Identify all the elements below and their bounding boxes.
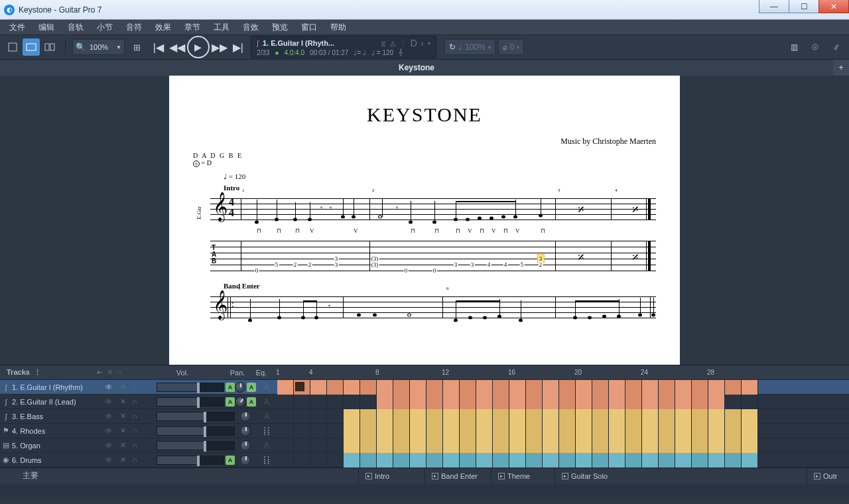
lane-cell[interactable] bbox=[476, 424, 493, 438]
tab-fret[interactable]: 4 bbox=[487, 261, 491, 268]
lane-cell[interactable] bbox=[509, 395, 526, 409]
lane-cell[interactable] bbox=[526, 380, 543, 395]
headphone-icon[interactable]: ∩ bbox=[117, 368, 122, 376]
menu-tool[interactable]: 工具 bbox=[207, 20, 236, 34]
skip-end-button[interactable]: ▶| bbox=[229, 38, 247, 56]
lane-cell[interactable] bbox=[360, 409, 377, 424]
lane-cell[interactable] bbox=[344, 424, 360, 438]
lane-cell[interactable] bbox=[377, 424, 393, 438]
lane-cell[interactable] bbox=[692, 409, 708, 424]
lane-cell[interactable] bbox=[708, 453, 725, 468]
lane-cell[interactable] bbox=[410, 438, 426, 453]
lane-cell[interactable] bbox=[360, 453, 377, 468]
lane-cell[interactable] bbox=[642, 380, 659, 395]
tab-fret[interactable]: 2 bbox=[308, 261, 312, 268]
lane-cell[interactable] bbox=[426, 453, 443, 468]
lane-cell[interactable] bbox=[410, 453, 426, 468]
lane-cell[interactable] bbox=[443, 380, 460, 395]
play-section-icon[interactable]: ▸ bbox=[562, 473, 568, 479]
pan-knob[interactable]: A bbox=[235, 397, 256, 407]
lane-cell[interactable] bbox=[493, 424, 509, 438]
minimize-button[interactable]: — bbox=[759, 0, 789, 13]
play-section-icon[interactable]: ▸ bbox=[432, 473, 438, 479]
mute-icon[interactable]: ✕ bbox=[118, 397, 127, 406]
lane-cell[interactable] bbox=[460, 380, 476, 395]
tab-fret[interactable]: 0 bbox=[432, 267, 437, 274]
track-row[interactable]: ∫1. E.Guitar I (Rhythm)👁✕∩AAA bbox=[0, 380, 849, 395]
lane-cell[interactable] bbox=[692, 395, 708, 409]
pan-knob[interactable] bbox=[235, 426, 256, 436]
pan-knob[interactable] bbox=[235, 440, 256, 451]
lane-cell[interactable] bbox=[609, 424, 625, 438]
pan-knob[interactable]: A bbox=[235, 382, 256, 393]
menu-bar-item[interactable]: 小节 bbox=[90, 20, 119, 34]
lane-cell[interactable] bbox=[642, 453, 659, 468]
track-lane[interactable] bbox=[277, 395, 849, 409]
track-lane[interactable] bbox=[277, 409, 849, 424]
lane-cell[interactable] bbox=[310, 438, 327, 453]
layout-page-icon[interactable] bbox=[4, 38, 21, 56]
lane-cell[interactable] bbox=[625, 438, 642, 453]
track-lane[interactable] bbox=[277, 438, 849, 453]
zoom-input[interactable] bbox=[88, 42, 113, 52]
main-label[interactable]: 主要 bbox=[0, 470, 358, 481]
visibility-icon[interactable]: 👁 bbox=[105, 456, 118, 465]
document-tab[interactable]: Keystone bbox=[0, 63, 833, 72]
lane-cell[interactable] bbox=[393, 424, 410, 438]
lane-cell[interactable] bbox=[526, 395, 543, 409]
lane-cell[interactable] bbox=[344, 380, 360, 395]
menu-section[interactable]: 章节 bbox=[178, 20, 207, 34]
close-button[interactable]: ✕ bbox=[818, 0, 849, 13]
effects-icon[interactable]: ⫽ bbox=[828, 38, 845, 56]
lane-cell[interactable] bbox=[576, 438, 592, 453]
tab-fret[interactable]: 5 bbox=[520, 261, 525, 268]
tab-fret[interactable]: (3) bbox=[371, 261, 379, 268]
lane-cell[interactable] bbox=[360, 424, 377, 438]
fretboard-icon[interactable]: ▥ bbox=[785, 38, 803, 56]
solo-icon[interactable]: ∩ bbox=[130, 397, 139, 406]
skip-start-button[interactable]: |◀ bbox=[150, 38, 167, 56]
lane-cell[interactable] bbox=[675, 380, 692, 395]
lane-cell[interactable] bbox=[708, 395, 725, 409]
lane-cell[interactable] bbox=[675, 395, 692, 409]
auto-button[interactable]: A bbox=[226, 456, 235, 465]
lane-cell[interactable] bbox=[410, 409, 426, 424]
tab-fret[interactable]: 0 bbox=[404, 267, 409, 274]
menu-sound[interactable]: 音效 bbox=[236, 20, 265, 34]
eq-button[interactable]: A bbox=[256, 383, 277, 392]
solo-icon[interactable]: ∩ bbox=[130, 426, 139, 435]
chevron-down-icon[interactable]: ▼ bbox=[116, 44, 121, 50]
volume-slider[interactable]: A bbox=[157, 397, 235, 407]
lane-cell[interactable] bbox=[609, 409, 625, 424]
lane-cell[interactable] bbox=[526, 438, 543, 453]
layout-screen-icon[interactable] bbox=[23, 38, 40, 56]
tab-fret[interactable]: 2 bbox=[539, 261, 543, 268]
lane-cell[interactable] bbox=[344, 395, 360, 409]
lane-cell[interactable] bbox=[327, 380, 344, 395]
visibility-icon[interactable]: 👁 bbox=[105, 397, 118, 407]
lane-cell[interactable] bbox=[410, 424, 426, 438]
maximize-button[interactable]: ☐ bbox=[789, 0, 819, 13]
auto-button[interactable]: A bbox=[247, 383, 256, 392]
lane-cell[interactable] bbox=[277, 380, 294, 395]
volume-slider[interactable] bbox=[157, 412, 235, 421]
lane-cell[interactable] bbox=[742, 380, 758, 395]
lane-cell[interactable] bbox=[426, 395, 443, 409]
track-row[interactable]: ∫2. E.Guitar II (Lead)👁✕∩AAA bbox=[0, 395, 849, 409]
zoom-control[interactable]: 🔍 ▼ bbox=[72, 39, 125, 55]
tab-fret[interactable]: 5 bbox=[275, 261, 279, 268]
lane-cell[interactable] bbox=[609, 438, 625, 453]
lane-cell[interactable] bbox=[592, 424, 609, 438]
lane-cell[interactable] bbox=[576, 424, 592, 438]
lane-cell[interactable] bbox=[277, 409, 294, 424]
lane-cell[interactable] bbox=[294, 438, 310, 453]
lane-cell[interactable] bbox=[675, 453, 692, 468]
lane-cell[interactable] bbox=[443, 409, 460, 424]
mute-icon[interactable]: ✕ bbox=[118, 456, 127, 464]
lane-cell[interactable] bbox=[393, 438, 410, 453]
auto-button[interactable]: A bbox=[226, 397, 235, 407]
lane-cell[interactable] bbox=[725, 409, 742, 424]
lane-cell[interactable] bbox=[443, 424, 460, 438]
lane-cell[interactable] bbox=[310, 453, 327, 468]
lane-cell[interactable] bbox=[625, 380, 642, 395]
